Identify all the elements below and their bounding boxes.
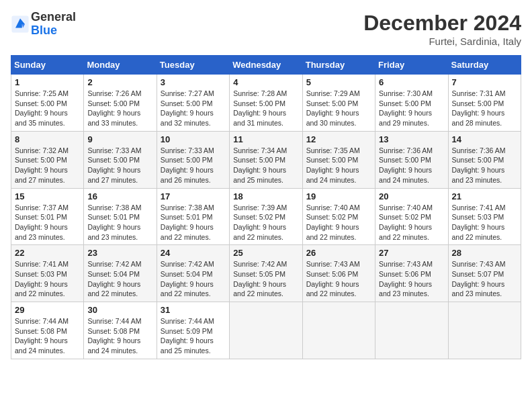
day-info: Sunrise: 7:33 AM Sunset: 5:00 PM Dayligh… [87, 146, 152, 185]
calendar-week-2: 8Sunrise: 7:32 AM Sunset: 5:00 PM Daylig… [11, 131, 521, 188]
calendar-cell: 28Sunrise: 7:43 AM Sunset: 5:07 PM Dayli… [448, 245, 521, 302]
logo: General Blue [11, 11, 76, 38]
logo-line2: Blue [31, 24, 76, 38]
calendar-cell: 16Sunrise: 7:38 AM Sunset: 5:01 PM Dayli… [84, 188, 157, 245]
logo-icon [11, 15, 30, 34]
day-number: 17 [161, 191, 226, 201]
day-info: Sunrise: 7:42 AM Sunset: 5:04 PM Dayligh… [87, 259, 152, 299]
calendar-cell: 17Sunrise: 7:38 AM Sunset: 5:01 PM Dayli… [157, 188, 229, 245]
day-number: 15 [15, 191, 80, 201]
day-info: Sunrise: 7:44 AM Sunset: 5:08 PM Dayligh… [15, 316, 80, 356]
day-number: 19 [306, 191, 371, 201]
header-thursday: Thursday [302, 56, 375, 75]
calendar-cell: 27Sunrise: 7:43 AM Sunset: 5:06 PM Dayli… [375, 245, 448, 302]
day-info: Sunrise: 7:39 AM Sunset: 5:02 PM Dayligh… [233, 203, 298, 242]
day-number: 30 [87, 305, 152, 315]
title-area: December 2024 Furtei, Sardinia, Italy [363, 11, 521, 47]
day-number: 3 [161, 77, 226, 87]
day-info: Sunrise: 7:41 AM Sunset: 5:03 PM Dayligh… [15, 259, 80, 299]
day-number: 21 [452, 191, 517, 201]
logo-line1: General [31, 11, 76, 24]
calendar-cell: 22Sunrise: 7:41 AM Sunset: 5:03 PM Dayli… [11, 245, 84, 302]
calendar-cell: 24Sunrise: 7:42 AM Sunset: 5:04 PM Dayli… [157, 245, 229, 302]
day-number: 12 [306, 134, 371, 144]
day-number: 23 [87, 248, 152, 258]
header-sunday: Sunday [11, 56, 84, 75]
calendar-cell: 20Sunrise: 7:40 AM Sunset: 5:02 PM Dayli… [375, 188, 448, 245]
header-friday: Friday [375, 56, 448, 75]
calendar-cell: 8Sunrise: 7:32 AM Sunset: 5:00 PM Daylig… [11, 131, 84, 188]
day-number: 29 [15, 305, 80, 315]
calendar-week-3: 15Sunrise: 7:37 AM Sunset: 5:01 PM Dayli… [11, 188, 521, 245]
day-info: Sunrise: 7:30 AM Sunset: 5:00 PM Dayligh… [379, 89, 444, 128]
day-info: Sunrise: 7:41 AM Sunset: 5:03 PM Dayligh… [452, 203, 517, 242]
calendar-cell: 21Sunrise: 7:41 AM Sunset: 5:03 PM Dayli… [448, 188, 521, 245]
day-number: 6 [379, 77, 444, 87]
weekday-header-row: Sunday Monday Tuesday Wednesday Thursday… [11, 56, 521, 75]
day-info: Sunrise: 7:44 AM Sunset: 5:08 PM Dayligh… [87, 316, 152, 356]
calendar-cell: 30Sunrise: 7:44 AM Sunset: 5:08 PM Dayli… [84, 302, 157, 359]
day-info: Sunrise: 7:35 AM Sunset: 5:00 PM Dayligh… [306, 146, 371, 185]
day-info: Sunrise: 7:27 AM Sunset: 5:00 PM Dayligh… [161, 89, 226, 128]
calendar-cell: 9Sunrise: 7:33 AM Sunset: 5:00 PM Daylig… [84, 131, 157, 188]
calendar-cell: 10Sunrise: 7:33 AM Sunset: 5:00 PM Dayli… [157, 131, 229, 188]
day-info: Sunrise: 7:26 AM Sunset: 5:00 PM Dayligh… [87, 89, 152, 128]
header-wednesday: Wednesday [230, 56, 302, 75]
day-number: 22 [15, 248, 80, 258]
calendar-cell: 14Sunrise: 7:36 AM Sunset: 5:00 PM Dayli… [448, 131, 521, 188]
day-number: 2 [87, 77, 152, 87]
day-number: 1 [15, 77, 80, 87]
calendar-cell: 26Sunrise: 7:43 AM Sunset: 5:06 PM Dayli… [302, 245, 375, 302]
calendar-cell: 5Sunrise: 7:29 AM Sunset: 5:00 PM Daylig… [302, 75, 375, 132]
day-info: Sunrise: 7:42 AM Sunset: 5:05 PM Dayligh… [233, 259, 298, 299]
page-header: General Blue December 2024 Furtei, Sardi… [11, 11, 521, 47]
day-number: 27 [379, 248, 444, 258]
day-number: 9 [87, 134, 152, 144]
calendar-cell: 15Sunrise: 7:37 AM Sunset: 5:01 PM Dayli… [11, 188, 84, 245]
day-number: 16 [87, 191, 152, 201]
day-info: Sunrise: 7:29 AM Sunset: 5:00 PM Dayligh… [306, 89, 371, 128]
calendar-cell: 7Sunrise: 7:31 AM Sunset: 5:00 PM Daylig… [448, 75, 521, 132]
day-info: Sunrise: 7:36 AM Sunset: 5:00 PM Dayligh… [452, 146, 517, 185]
calendar-cell: 4Sunrise: 7:28 AM Sunset: 5:00 PM Daylig… [230, 75, 302, 132]
day-number: 13 [379, 134, 444, 144]
day-number: 5 [306, 77, 371, 87]
calendar-cell: 2Sunrise: 7:26 AM Sunset: 5:00 PM Daylig… [84, 75, 157, 132]
day-info: Sunrise: 7:40 AM Sunset: 5:02 PM Dayligh… [306, 203, 371, 242]
calendar-cell: 13Sunrise: 7:36 AM Sunset: 5:00 PM Dayli… [375, 131, 448, 188]
calendar-cell: 19Sunrise: 7:40 AM Sunset: 5:02 PM Dayli… [302, 188, 375, 245]
day-number: 26 [306, 248, 371, 258]
day-info: Sunrise: 7:40 AM Sunset: 5:02 PM Dayligh… [379, 203, 444, 242]
day-info: Sunrise: 7:43 AM Sunset: 5:06 PM Dayligh… [306, 259, 371, 299]
day-info: Sunrise: 7:43 AM Sunset: 5:06 PM Dayligh… [379, 259, 444, 299]
day-info: Sunrise: 7:33 AM Sunset: 5:00 PM Dayligh… [161, 146, 226, 185]
day-number: 31 [161, 305, 226, 315]
day-number: 28 [452, 248, 517, 258]
day-number: 7 [452, 77, 517, 87]
calendar-cell [448, 302, 521, 359]
header-tuesday: Tuesday [157, 56, 229, 75]
header-monday: Monday [84, 56, 157, 75]
calendar-week-5: 29Sunrise: 7:44 AM Sunset: 5:08 PM Dayli… [11, 302, 521, 359]
day-number: 11 [233, 134, 298, 144]
calendar-cell: 6Sunrise: 7:30 AM Sunset: 5:00 PM Daylig… [375, 75, 448, 132]
day-number: 4 [233, 77, 298, 87]
day-number: 20 [379, 191, 444, 201]
calendar-cell: 11Sunrise: 7:34 AM Sunset: 5:00 PM Dayli… [230, 131, 302, 188]
location: Furtei, Sardinia, Italy [363, 36, 521, 47]
calendar-table: Sunday Monday Tuesday Wednesday Thursday… [11, 55, 521, 359]
day-number: 18 [233, 191, 298, 201]
day-info: Sunrise: 7:31 AM Sunset: 5:00 PM Dayligh… [452, 89, 517, 128]
calendar-cell: 23Sunrise: 7:42 AM Sunset: 5:04 PM Dayli… [84, 245, 157, 302]
day-info: Sunrise: 7:43 AM Sunset: 5:07 PM Dayligh… [452, 259, 517, 299]
calendar-cell: 3Sunrise: 7:27 AM Sunset: 5:00 PM Daylig… [157, 75, 229, 132]
calendar-week-1: 1Sunrise: 7:25 AM Sunset: 5:00 PM Daylig… [11, 75, 521, 132]
day-info: Sunrise: 7:44 AM Sunset: 5:09 PM Dayligh… [161, 316, 226, 356]
calendar-cell: 1Sunrise: 7:25 AM Sunset: 5:00 PM Daylig… [11, 75, 84, 132]
day-number: 8 [15, 134, 80, 144]
day-info: Sunrise: 7:38 AM Sunset: 5:01 PM Dayligh… [87, 203, 152, 242]
day-info: Sunrise: 7:28 AM Sunset: 5:00 PM Dayligh… [233, 89, 298, 128]
calendar-cell [230, 302, 302, 359]
calendar-cell: 31Sunrise: 7:44 AM Sunset: 5:09 PM Dayli… [157, 302, 229, 359]
calendar-cell [302, 302, 375, 359]
